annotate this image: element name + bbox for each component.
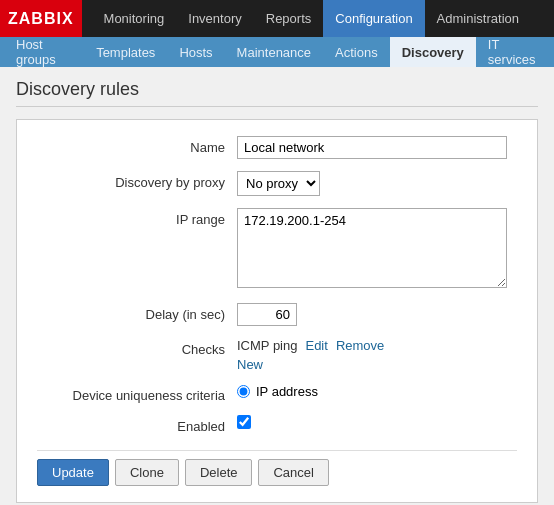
nav-configuration[interactable]: Configuration [323,0,424,37]
ip-range-textarea[interactable]: 172.19.200.1-254 [237,208,507,288]
delay-input[interactable] [237,303,297,326]
enabled-checkbox[interactable] [237,415,251,429]
checks-row: Checks ICMP ping Edit Remove New [37,338,517,372]
nav-inventory[interactable]: Inventory [176,0,253,37]
top-nav: ZABBIX Monitoring Inventory Reports Conf… [0,0,554,37]
subnav-hosts[interactable]: Hosts [167,37,224,67]
top-nav-items: Monitoring Inventory Reports Configurati… [92,0,531,37]
subnav-host-groups[interactable]: Host groups [4,37,84,67]
enabled-label: Enabled [37,415,237,434]
subnav-discovery[interactable]: Discovery [390,37,476,67]
uniqueness-radio-ip[interactable] [237,385,250,398]
proxy-label: Discovery by proxy [37,171,237,190]
uniqueness-row: Device uniqueness criteria IP address [37,384,517,403]
enabled-control [237,415,517,429]
form-container: Name Discovery by proxy No proxy IP rang… [16,119,538,503]
subnav-maintenance[interactable]: Maintenance [225,37,323,67]
delay-row: Delay (in sec) [37,303,517,326]
delay-label: Delay (in sec) [37,303,237,322]
uniqueness-label: Device uniqueness criteria [37,384,237,403]
proxy-row: Discovery by proxy No proxy [37,171,517,196]
delay-control [237,303,517,326]
check-item-row: ICMP ping Edit Remove [237,338,517,353]
nav-administration[interactable]: Administration [425,0,531,37]
new-link[interactable]: New [237,357,263,372]
uniqueness-radio-group: IP address [237,384,517,399]
sub-nav: Host groups Templates Hosts Maintenance … [0,37,554,67]
logo: ZABBIX [0,0,82,37]
proxy-control: No proxy [237,171,517,196]
remove-link[interactable]: Remove [336,338,384,353]
ip-range-label: IP range [37,208,237,227]
check-item-text: ICMP ping [237,338,297,353]
enabled-row: Enabled [37,415,517,434]
ip-range-control: 172.19.200.1-254 [237,208,517,291]
subnav-it-services[interactable]: IT services [476,37,550,67]
clone-button[interactable]: Clone [115,459,179,486]
name-input[interactable] [237,136,507,159]
cancel-button[interactable]: Cancel [258,459,328,486]
subnav-templates[interactable]: Templates [84,37,167,67]
button-row: Update Clone Delete Cancel [37,450,517,486]
delete-button[interactable]: Delete [185,459,253,486]
name-row: Name [37,136,517,159]
subnav-actions[interactable]: Actions [323,37,390,67]
edit-link[interactable]: Edit [305,338,327,353]
page-content: Discovery rules Name Discovery by proxy … [0,67,554,505]
page-title: Discovery rules [16,79,538,107]
proxy-select[interactable]: No proxy [237,171,320,196]
update-button[interactable]: Update [37,459,109,486]
nav-monitoring[interactable]: Monitoring [92,0,177,37]
new-link-row: New [237,357,517,372]
checks-control: ICMP ping Edit Remove New [237,338,517,372]
nav-reports[interactable]: Reports [254,0,324,37]
ip-range-row: IP range 172.19.200.1-254 [37,208,517,291]
uniqueness-value: IP address [256,384,318,399]
name-label: Name [37,136,237,155]
uniqueness-control: IP address [237,384,517,399]
name-control [237,136,517,159]
checks-label: Checks [37,338,237,357]
